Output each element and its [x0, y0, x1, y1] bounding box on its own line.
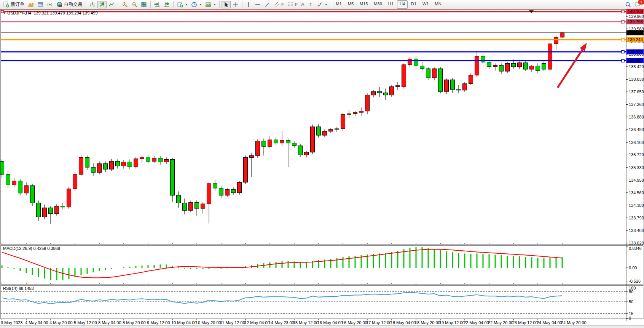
candle-body — [371, 91, 376, 95]
timeframe-button-MN[interactable]: MN — [432, 0, 444, 9]
candle-body — [207, 184, 211, 204]
macd-bar — [148, 265, 149, 268]
time-tick-label: 18 May 20:00 — [415, 320, 440, 325]
candle-body — [49, 208, 53, 213]
candle-body — [457, 90, 461, 90]
price-tick-label: 135.720 — [629, 152, 644, 157]
horizontal-line-icon — [255, 2, 261, 8]
timeframe-button-M1[interactable]: M1 — [333, 0, 344, 9]
navigator-button[interactable] — [45, 1, 54, 8]
line-chart-button[interactable] — [107, 1, 116, 8]
macd-bar — [519, 256, 520, 268]
macd-bar — [69, 268, 70, 279]
candlestick-chart-button[interactable] — [97, 1, 107, 8]
text-tool-icon: A — [301, 2, 304, 7]
text-button[interactable]: A — [300, 1, 306, 8]
zoom-in-button[interactable] — [120, 1, 129, 8]
cursor-button[interactable] — [222, 1, 231, 8]
bar-chart-button[interactable] — [88, 1, 97, 8]
candle-body — [171, 159, 175, 195]
macd-bar — [26, 268, 27, 273]
time-tick-label: 11 May 12:00 — [220, 320, 245, 325]
timeframe-button-W1[interactable]: W1 — [420, 0, 432, 9]
hline-handle — [622, 59, 624, 62]
time-tick-label: 16 May 04:00 — [317, 320, 343, 325]
equidistant-channel-button[interactable]: E — [272, 1, 285, 8]
price-tick-label: 133.790 — [629, 216, 644, 220]
zoom-out-button[interactable] — [130, 1, 139, 8]
macd-bar — [276, 262, 277, 268]
candle-body — [250, 155, 254, 157]
arrows-caret-icon — [325, 4, 327, 5]
trendline-button[interactable] — [263, 1, 272, 8]
candle-body — [280, 141, 284, 143]
notifications-button[interactable]: 1 — [633, 1, 642, 8]
search-button[interactable] — [623, 1, 633, 8]
candle-body — [402, 65, 406, 87]
macd-bar — [562, 257, 563, 268]
macd-bar — [99, 268, 100, 271]
time-tick-label: 8 May 20:00 — [123, 320, 146, 325]
macd-bar — [184, 268, 185, 269]
candle-body — [18, 181, 22, 193]
timeframe-button-M5[interactable]: M5 — [345, 0, 356, 9]
candle-body — [225, 189, 230, 195]
rsi-tick-label: 0 — [629, 316, 631, 320]
macd-bar — [434, 249, 435, 268]
macd-bar — [2, 265, 3, 268]
timeframe-button-M15[interactable]: M15 — [357, 0, 370, 9]
text-label-button[interactable]: T — [306, 1, 315, 8]
macd-bar — [81, 268, 82, 275]
candle-body — [390, 86, 394, 95]
templates-button[interactable] — [204, 1, 217, 8]
autotrade-button[interactable]: 自动交易 — [55, 1, 84, 8]
candle-body — [335, 129, 339, 130]
candle-body — [183, 203, 187, 211]
vertical-line-button[interactable] — [244, 1, 253, 8]
candle-body — [341, 114, 345, 129]
symbol-dropdown-icon[interactable]: ▼ — [3, 11, 6, 15]
candle-body — [122, 162, 126, 166]
candle-body — [73, 174, 77, 189]
hline-handle — [622, 51, 624, 53]
chart-shift-button[interactable] — [162, 1, 171, 8]
time-tick-label: 14 May 23:00 — [269, 320, 294, 325]
fibonacci-button[interactable]: F — [286, 1, 299, 8]
chart-profile-button[interactable] — [26, 1, 35, 8]
tile-windows-icon — [141, 2, 147, 8]
price-tick-label: 136.100 — [629, 140, 644, 145]
auto-scroll-icon — [154, 2, 160, 8]
auto-scroll-button[interactable] — [153, 1, 162, 8]
time-tick-label: 12 May 04:00 — [244, 320, 270, 325]
timeframe-button-H1[interactable]: H1 — [386, 0, 396, 9]
timeframe-button-D1[interactable]: D1 — [408, 0, 419, 9]
macd-bar — [20, 268, 21, 271]
horizontal-line-button[interactable] — [253, 1, 262, 8]
macd-bar — [215, 268, 216, 268]
candle-body — [311, 127, 315, 152]
crosshair-button[interactable] — [231, 1, 240, 8]
macd-bar — [306, 262, 307, 268]
arrows-button[interactable] — [315, 1, 329, 8]
macd-bar — [129, 267, 131, 268]
chart-canvas[interactable]: 139.960139.580139.190138.800138.420138.0… — [0, 9, 644, 328]
market-watch-button[interactable] — [36, 1, 45, 8]
candle-body — [438, 69, 443, 91]
new-order-button[interactable]: 新订单 — [2, 1, 26, 8]
price-tick-label: 136.490 — [629, 127, 644, 132]
periods-button[interactable] — [190, 1, 203, 8]
timeframe-button-H4[interactable]: H4 — [397, 0, 408, 9]
toolbar-separator — [118, 1, 118, 8]
crosshair-icon — [233, 2, 239, 8]
market-watch-icon — [37, 2, 43, 8]
macd-bar — [44, 268, 45, 278]
rsi-value: 68.1453 — [19, 286, 34, 291]
macd-bar — [209, 268, 210, 269]
macd-bar — [8, 267, 9, 268]
indicators-button[interactable] — [175, 1, 189, 8]
candle-body — [524, 63, 528, 69]
tile-windows-button[interactable] — [139, 1, 148, 8]
timeframe-button-M30[interactable]: M30 — [371, 0, 384, 9]
periods-caret-icon — [199, 4, 202, 5]
zoom-out-icon — [131, 2, 137, 8]
